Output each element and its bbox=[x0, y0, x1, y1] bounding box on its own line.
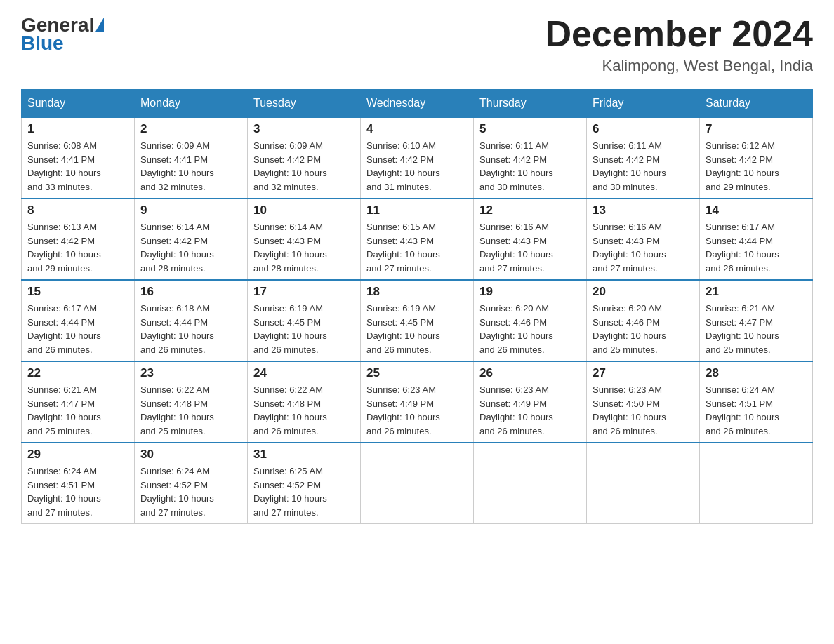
day-info: Sunrise: 6:09 AM Sunset: 4:42 PM Dayligh… bbox=[253, 139, 355, 194]
table-row: 21 Sunrise: 6:21 AM Sunset: 4:47 PM Dayl… bbox=[700, 280, 813, 361]
day-info: Sunrise: 6:22 AM Sunset: 4:48 PM Dayligh… bbox=[253, 383, 355, 438]
table-row: 6 Sunrise: 6:11 AM Sunset: 4:42 PM Dayli… bbox=[587, 117, 700, 199]
table-row: 16 Sunrise: 6:18 AM Sunset: 4:44 PM Dayl… bbox=[135, 280, 248, 361]
table-row: 2 Sunrise: 6:09 AM Sunset: 4:41 PM Dayli… bbox=[135, 117, 248, 199]
day-info: Sunrise: 6:24 AM Sunset: 4:52 PM Dayligh… bbox=[140, 464, 241, 519]
day-info: Sunrise: 6:11 AM Sunset: 4:42 PM Dayligh… bbox=[479, 139, 581, 194]
week-row-2: 8 Sunrise: 6:13 AM Sunset: 4:42 PM Dayli… bbox=[22, 199, 813, 280]
day-number: 9 bbox=[140, 203, 241, 217]
table-row: 29 Sunrise: 6:24 AM Sunset: 4:51 PM Dayl… bbox=[22, 443, 135, 524]
day-number: 24 bbox=[253, 366, 355, 380]
table-row bbox=[587, 443, 700, 524]
week-row-4: 22 Sunrise: 6:21 AM Sunset: 4:47 PM Dayl… bbox=[22, 361, 813, 443]
table-row: 11 Sunrise: 6:15 AM Sunset: 4:43 PM Dayl… bbox=[361, 199, 474, 280]
table-row: 5 Sunrise: 6:11 AM Sunset: 4:42 PM Dayli… bbox=[474, 117, 587, 199]
day-number: 29 bbox=[27, 448, 128, 462]
day-info: Sunrise: 6:17 AM Sunset: 4:44 PM Dayligh… bbox=[706, 220, 807, 275]
location-subtitle: Kalimpong, West Bengal, India bbox=[545, 57, 813, 75]
day-number: 13 bbox=[593, 203, 694, 217]
day-number: 25 bbox=[366, 366, 468, 380]
table-row: 17 Sunrise: 6:19 AM Sunset: 4:45 PM Dayl… bbox=[248, 280, 361, 361]
day-number: 8 bbox=[27, 203, 128, 217]
table-row: 25 Sunrise: 6:23 AM Sunset: 4:49 PM Dayl… bbox=[361, 361, 474, 443]
table-row: 8 Sunrise: 6:13 AM Sunset: 4:42 PM Dayli… bbox=[22, 199, 135, 280]
day-number: 23 bbox=[140, 366, 241, 380]
table-row bbox=[474, 443, 587, 524]
day-info: Sunrise: 6:20 AM Sunset: 4:46 PM Dayligh… bbox=[479, 302, 581, 356]
col-monday: Monday bbox=[135, 90, 248, 118]
day-number: 17 bbox=[253, 285, 355, 299]
table-row: 13 Sunrise: 6:16 AM Sunset: 4:43 PM Dayl… bbox=[587, 199, 700, 280]
logo-triangle-icon bbox=[95, 18, 104, 32]
day-info: Sunrise: 6:23 AM Sunset: 4:49 PM Dayligh… bbox=[479, 383, 581, 438]
col-friday: Friday bbox=[587, 90, 700, 118]
day-info: Sunrise: 6:23 AM Sunset: 4:50 PM Dayligh… bbox=[593, 383, 694, 438]
day-number: 27 bbox=[593, 366, 694, 380]
day-info: Sunrise: 6:24 AM Sunset: 4:51 PM Dayligh… bbox=[27, 464, 128, 519]
day-info: Sunrise: 6:19 AM Sunset: 4:45 PM Dayligh… bbox=[253, 302, 355, 356]
table-row: 9 Sunrise: 6:14 AM Sunset: 4:42 PM Dayli… bbox=[135, 199, 248, 280]
col-tuesday: Tuesday bbox=[248, 90, 361, 118]
day-info: Sunrise: 6:14 AM Sunset: 4:42 PM Dayligh… bbox=[140, 220, 241, 275]
day-number: 26 bbox=[479, 366, 581, 380]
day-number: 6 bbox=[593, 122, 694, 136]
day-number: 31 bbox=[253, 448, 355, 462]
table-row bbox=[700, 443, 813, 524]
day-number: 5 bbox=[479, 122, 581, 136]
day-info: Sunrise: 6:24 AM Sunset: 4:51 PM Dayligh… bbox=[706, 383, 807, 438]
table-row: 3 Sunrise: 6:09 AM Sunset: 4:42 PM Dayli… bbox=[248, 117, 361, 199]
day-number: 7 bbox=[706, 122, 807, 136]
day-info: Sunrise: 6:09 AM Sunset: 4:41 PM Dayligh… bbox=[140, 139, 241, 194]
day-info: Sunrise: 6:21 AM Sunset: 4:47 PM Dayligh… bbox=[706, 302, 807, 356]
day-info: Sunrise: 6:20 AM Sunset: 4:46 PM Dayligh… bbox=[593, 302, 694, 356]
day-info: Sunrise: 6:17 AM Sunset: 4:44 PM Dayligh… bbox=[27, 302, 128, 356]
table-row: 23 Sunrise: 6:22 AM Sunset: 4:48 PM Dayl… bbox=[135, 361, 248, 443]
logo: General Blue bbox=[21, 14, 104, 55]
table-row: 7 Sunrise: 6:12 AM Sunset: 4:42 PM Dayli… bbox=[700, 117, 813, 199]
day-info: Sunrise: 6:12 AM Sunset: 4:42 PM Dayligh… bbox=[706, 139, 807, 194]
day-info: Sunrise: 6:15 AM Sunset: 4:43 PM Dayligh… bbox=[366, 220, 468, 275]
logo-blue-text: Blue bbox=[21, 32, 64, 55]
table-row: 10 Sunrise: 6:14 AM Sunset: 4:43 PM Dayl… bbox=[248, 199, 361, 280]
day-number: 18 bbox=[366, 285, 468, 299]
day-info: Sunrise: 6:23 AM Sunset: 4:49 PM Dayligh… bbox=[366, 383, 468, 438]
table-row: 24 Sunrise: 6:22 AM Sunset: 4:48 PM Dayl… bbox=[248, 361, 361, 443]
day-info: Sunrise: 6:08 AM Sunset: 4:41 PM Dayligh… bbox=[27, 139, 128, 194]
table-row: 27 Sunrise: 6:23 AM Sunset: 4:50 PM Dayl… bbox=[587, 361, 700, 443]
table-row: 1 Sunrise: 6:08 AM Sunset: 4:41 PM Dayli… bbox=[22, 117, 135, 199]
col-wednesday: Wednesday bbox=[361, 90, 474, 118]
table-row: 14 Sunrise: 6:17 AM Sunset: 4:44 PM Dayl… bbox=[700, 199, 813, 280]
day-number: 2 bbox=[140, 122, 241, 136]
week-row-1: 1 Sunrise: 6:08 AM Sunset: 4:41 PM Dayli… bbox=[22, 117, 813, 199]
day-number: 15 bbox=[27, 285, 128, 299]
day-number: 30 bbox=[140, 448, 241, 462]
day-number: 16 bbox=[140, 285, 241, 299]
day-info: Sunrise: 6:10 AM Sunset: 4:42 PM Dayligh… bbox=[366, 139, 468, 194]
day-info: Sunrise: 6:16 AM Sunset: 4:43 PM Dayligh… bbox=[479, 220, 581, 275]
day-number: 10 bbox=[253, 203, 355, 217]
day-info: Sunrise: 6:16 AM Sunset: 4:43 PM Dayligh… bbox=[593, 220, 694, 275]
table-row: 30 Sunrise: 6:24 AM Sunset: 4:52 PM Dayl… bbox=[135, 443, 248, 524]
day-info: Sunrise: 6:14 AM Sunset: 4:43 PM Dayligh… bbox=[253, 220, 355, 275]
month-title: December 2024 bbox=[545, 14, 813, 54]
day-number: 12 bbox=[479, 203, 581, 217]
day-number: 11 bbox=[366, 203, 468, 217]
col-saturday: Saturday bbox=[700, 90, 813, 118]
table-row: 20 Sunrise: 6:20 AM Sunset: 4:46 PM Dayl… bbox=[587, 280, 700, 361]
table-row: 12 Sunrise: 6:16 AM Sunset: 4:43 PM Dayl… bbox=[474, 199, 587, 280]
col-thursday: Thursday bbox=[474, 90, 587, 118]
table-row: 22 Sunrise: 6:21 AM Sunset: 4:47 PM Dayl… bbox=[22, 361, 135, 443]
day-info: Sunrise: 6:22 AM Sunset: 4:48 PM Dayligh… bbox=[140, 383, 241, 438]
table-row: 31 Sunrise: 6:25 AM Sunset: 4:52 PM Dayl… bbox=[248, 443, 361, 524]
title-section: December 2024 Kalimpong, West Bengal, In… bbox=[545, 14, 813, 75]
day-info: Sunrise: 6:21 AM Sunset: 4:47 PM Dayligh… bbox=[27, 383, 128, 438]
table-row: 15 Sunrise: 6:17 AM Sunset: 4:44 PM Dayl… bbox=[22, 280, 135, 361]
day-info: Sunrise: 6:19 AM Sunset: 4:45 PM Dayligh… bbox=[366, 302, 468, 356]
table-row: 28 Sunrise: 6:24 AM Sunset: 4:51 PM Dayl… bbox=[700, 361, 813, 443]
calendar-table: Sunday Monday Tuesday Wednesday Thursday… bbox=[21, 89, 813, 524]
day-number: 14 bbox=[706, 203, 807, 217]
table-row: 19 Sunrise: 6:20 AM Sunset: 4:46 PM Dayl… bbox=[474, 280, 587, 361]
day-number: 1 bbox=[27, 122, 128, 136]
day-number: 4 bbox=[366, 122, 468, 136]
col-sunday: Sunday bbox=[22, 90, 135, 118]
